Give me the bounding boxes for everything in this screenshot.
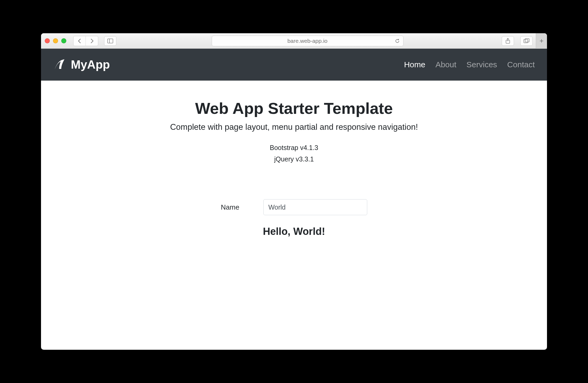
close-window-button[interactable] <box>45 38 50 43</box>
address-text: bare.web-app.io <box>287 38 328 44</box>
new-tab-button[interactable]: + <box>536 33 547 49</box>
svg-rect-5 <box>525 39 529 42</box>
page-title: Web App Starter Template <box>41 99 547 118</box>
svg-rect-4 <box>524 39 528 43</box>
tabs-overview-button[interactable] <box>520 36 533 46</box>
fullscreen-window-button[interactable] <box>61 38 66 43</box>
nav-link-about[interactable]: About <box>435 60 456 69</box>
nav-link-contact[interactable]: Contact <box>507 60 535 69</box>
sail-icon <box>53 58 66 71</box>
site-navbar: MyApp Home About Services Contact <box>41 49 547 81</box>
nav-link-services[interactable]: Services <box>467 60 497 69</box>
greeting-text: Hello, World! <box>41 226 547 237</box>
page-subtitle: Complete with page layout, menu partial … <box>41 122 547 132</box>
bootstrap-version: Bootstrap v4.1.3 <box>41 142 547 153</box>
version-info: Bootstrap v4.1.3 jQuery v3.3.1 <box>41 142 547 165</box>
toolbar-right: + <box>499 36 543 46</box>
page-viewport: MyApp Home About Services Contact Web Ap… <box>41 49 547 350</box>
minimize-window-button[interactable] <box>53 38 58 43</box>
back-button[interactable] <box>74 36 86 46</box>
brand[interactable]: MyApp <box>53 58 110 71</box>
name-label: Name <box>221 203 239 211</box>
name-form-row: Name <box>41 199 547 215</box>
share-button[interactable] <box>502 36 514 46</box>
main-content: Web App Starter Template Complete with p… <box>41 81 547 350</box>
browser-titlebar: bare.web-app.io + <box>41 33 547 49</box>
reload-icon[interactable] <box>395 38 400 44</box>
nav-link-home[interactable]: Home <box>404 60 425 69</box>
nav-back-forward-group <box>73 36 98 46</box>
brand-text: MyApp <box>71 58 110 71</box>
forward-button[interactable] <box>86 36 98 46</box>
window-controls <box>45 38 66 43</box>
sidebar-toggle-button[interactable] <box>104 36 116 46</box>
address-bar[interactable]: bare.web-app.io <box>212 36 403 46</box>
svg-rect-0 <box>108 39 113 43</box>
name-input[interactable] <box>263 199 367 215</box>
browser-window: bare.web-app.io + MyApp Hom <box>41 33 547 350</box>
nav-links: Home About Services Contact <box>404 60 535 69</box>
jquery-version: jQuery v3.3.1 <box>41 153 547 165</box>
